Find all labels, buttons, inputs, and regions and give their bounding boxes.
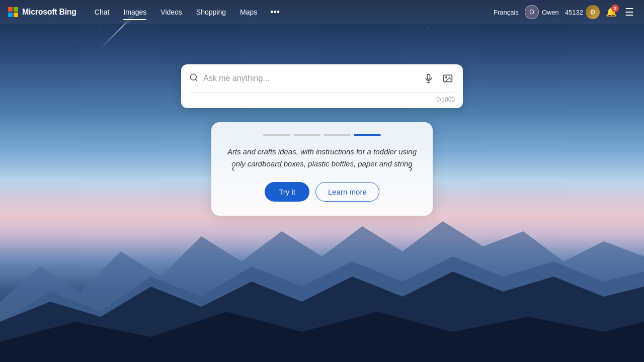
main-content: 0/1000 ‹ › Arts and crafts ideas, with i… (0, 24, 644, 362)
progress-dot-1 (263, 134, 290, 136)
svg-rect-6 (428, 74, 430, 79)
user-avatar: O (525, 5, 539, 19)
voice-search-button[interactable] (422, 71, 436, 85)
image-search-button[interactable] (441, 71, 455, 85)
nav-more-button[interactable]: ••• (265, 5, 285, 20)
suggestion-buttons: Try it Learn more (225, 182, 419, 202)
search-icon (189, 73, 198, 84)
svg-point-10 (446, 77, 447, 78)
logo-blue (8, 13, 13, 17)
nav-images[interactable]: Images (117, 5, 152, 19)
notification-badge: 2 (611, 5, 619, 12)
logo-yellow (14, 13, 18, 17)
try-it-button[interactable]: Try it (265, 182, 309, 202)
navbar: Microsoft Bing Chat Images Videos Shoppi… (0, 0, 644, 24)
nav-links: Chat Images Videos Shopping Maps ••• (89, 5, 494, 20)
progress-dot-4 (354, 134, 381, 136)
nav-maps[interactable]: Maps (234, 5, 263, 19)
nav-videos[interactable]: Videos (154, 5, 188, 19)
search-input-row (181, 64, 463, 93)
progress-dot-3 (324, 134, 351, 136)
logo-red (8, 7, 13, 12)
points-display[interactable]: 45132 ⚙ (565, 5, 600, 19)
logo-green (14, 7, 18, 12)
carousel-prev-button[interactable]: ‹ (227, 158, 239, 178)
suggestion-text: Arts and crafts ideas, with instructions… (225, 146, 419, 170)
progress-dots (225, 134, 419, 136)
search-counter: 0/1000 (181, 93, 463, 108)
user-menu[interactable]: O Owen (525, 5, 559, 19)
nav-chat[interactable]: Chat (89, 5, 116, 19)
user-name: Owen (542, 9, 559, 16)
progress-dot-2 (293, 134, 320, 136)
suggestion-card-inner: ‹ › Arts and crafts ideas, with instruct… (225, 134, 419, 202)
search-container: 0/1000 (181, 64, 463, 108)
nav-shopping[interactable]: Shopping (190, 5, 232, 19)
notifications-button[interactable]: 🔔 2 (606, 7, 617, 18)
microsoft-logo (8, 7, 18, 17)
search-action-icons (422, 71, 455, 85)
carousel-next-button[interactable]: › (405, 158, 417, 178)
points-icon: ⚙ (586, 5, 600, 19)
learn-more-button[interactable]: Learn more (315, 182, 379, 202)
suggestion-card: ‹ › Arts and crafts ideas, with instruct… (211, 122, 433, 216)
logo-area[interactable]: Microsoft Bing (8, 7, 76, 17)
language-selector[interactable]: Français (494, 9, 519, 16)
points-value: 45132 (565, 9, 583, 16)
hamburger-menu-button[interactable]: ☰ (623, 4, 636, 20)
search-input[interactable] (203, 74, 417, 83)
nav-right: Français O Owen 45132 ⚙ 🔔 2 ☰ (494, 4, 636, 20)
svg-point-4 (190, 74, 196, 80)
svg-line-5 (195, 79, 197, 80)
brand-name: Microsoft Bing (22, 8, 76, 17)
